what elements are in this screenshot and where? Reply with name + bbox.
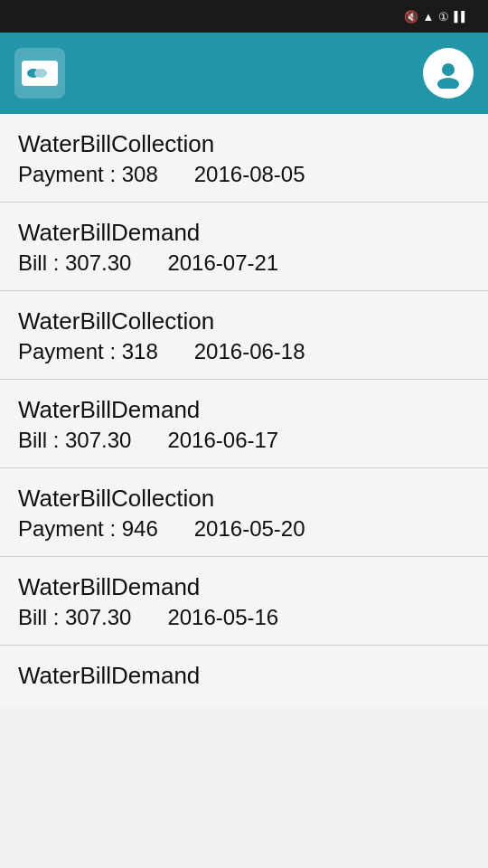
svg-point-0 [442,63,455,76]
bill-type: WaterBillDemand [18,573,470,601]
bill-detail: Payment : 9462016-05-20 [18,516,470,542]
bill-type: WaterBillDemand [18,219,470,247]
avatar-icon [433,58,464,89]
bill-label: Payment : 308 [18,162,158,187]
bill-date: 2016-08-05 [194,162,305,187]
avatar[interactable] [423,48,474,99]
bill-list: WaterBillCollectionPayment : 3082016-08-… [0,114,488,708]
list-item[interactable]: WaterBillCollectionPayment : 3182016-06-… [0,291,488,380]
list-item[interactable]: WaterBillDemandBill : 307.302016-07-21 [0,203,488,291]
mute-icon: 🔇 [404,10,418,24]
bill-date: 2016-07-21 [167,250,278,276]
bill-detail: Bill : 307.302016-05-16 [18,605,470,630]
list-item[interactable]: WaterBillDemand [0,646,488,708]
bill-type: WaterBillDemand [18,662,470,690]
bill-detail: Payment : 3082016-08-05 [18,162,470,187]
wifi-icon: ▲ [423,10,435,24]
list-item[interactable]: WaterBillDemandBill : 307.302016-06-17 [0,380,488,468]
bill-type: WaterBillCollection [18,130,470,158]
bill-type: WaterBillDemand [18,396,470,424]
bill-type: WaterBillCollection [18,485,470,513]
network-icon: ① [438,10,449,24]
toolbar [0,33,488,114]
svg-point-1 [437,78,459,89]
bill-label: Payment : 318 [18,339,158,364]
list-item[interactable]: WaterBillCollectionPayment : 3082016-08-… [0,114,488,203]
bill-detail: Bill : 307.302016-07-21 [18,250,470,276]
bill-label: Bill : 307.30 [18,250,131,276]
list-item[interactable]: WaterBillCollectionPayment : 9462016-05-… [0,468,488,557]
bill-label: Payment : 946 [18,516,158,542]
bill-date: 2016-05-16 [167,605,278,630]
list-item[interactable]: WaterBillDemandBill : 307.302016-05-16 [0,557,488,646]
status-bar: 🔇 ▲ ① ▌▌ [0,0,488,33]
bill-label: Bill : 307.30 [18,605,131,630]
signal-icon: ▌▌ [454,11,468,22]
bill-label: Bill : 307.30 [18,428,131,453]
bill-date: 2016-05-20 [194,516,305,542]
bill-date: 2016-06-17 [167,428,278,453]
bill-type: WaterBillCollection [18,307,470,335]
bill-detail: Payment : 3182016-06-18 [18,339,470,364]
bill-detail: Bill : 307.302016-06-17 [18,428,470,453]
status-icons: 🔇 ▲ ① ▌▌ [404,10,477,24]
bill-date: 2016-06-18 [194,339,305,364]
toolbar-card-icon-container[interactable] [14,48,65,99]
card-icon [22,61,58,86]
